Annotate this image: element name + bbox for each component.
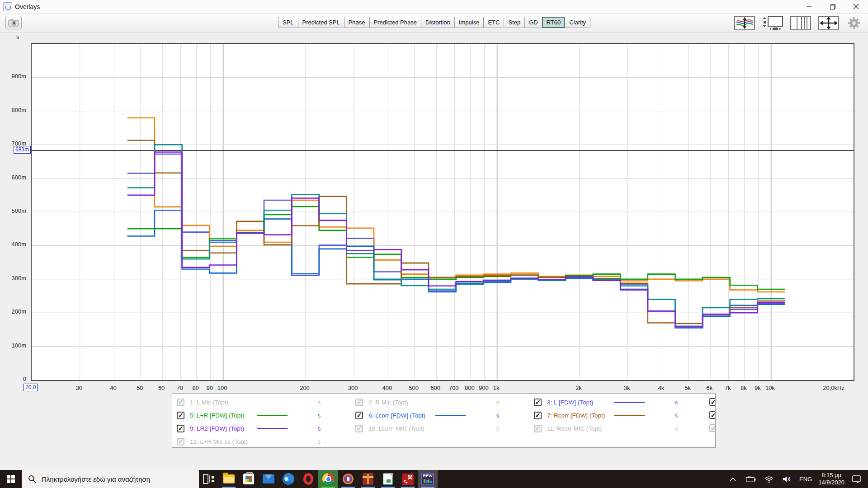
y-tick-label: 600m (2, 174, 26, 181)
legend-checkbox[interactable]: ✓ (177, 425, 184, 432)
legend-label: 3: L [FDW] (Topt) (547, 399, 593, 406)
tab-impulse[interactable]: Impulse (454, 17, 484, 28)
legend-row: ✓1: L Mic (Topt)s✓2: R Mic (Topt)s✓3: L … (172, 396, 715, 408)
close-button[interactable] (844, 0, 868, 14)
y-tick-label: 900m (2, 73, 26, 80)
battery-icon[interactable] (745, 473, 757, 485)
legend-item: ✓7: Rcorr [FDW] (Topt)s (529, 412, 708, 419)
legend-item: ✓11: Rcorr MIC (Topt)s (529, 425, 708, 432)
y-tick-label: 0 (2, 375, 26, 382)
legend-checkbox[interactable]: ✓ (534, 412, 542, 419)
taskbar-app-pixel-app[interactable] (398, 470, 418, 488)
x-tick-label: 800 (465, 385, 475, 391)
tray-chevron-up-icon[interactable] (727, 473, 739, 485)
edge-icon (283, 473, 294, 485)
window-title: Overlays (15, 3, 40, 10)
legend-checkbox[interactable]: ✓ (177, 412, 184, 419)
wifi-icon[interactable] (763, 473, 775, 485)
tab-clarity[interactable]: Clarity (565, 17, 590, 28)
taskbar-app-rew[interactable]: REW (418, 470, 438, 488)
trace-4 (127, 118, 785, 292)
y-tick-label: 300m (2, 275, 26, 282)
traces-icon[interactable] (734, 16, 755, 30)
legend-row: ✓5: L+R [FDW] (Topt)s✓6: Lcorr [FDW] (To… (172, 409, 715, 421)
x-tick-label: 3k (624, 385, 630, 391)
legend-item: ✓1: L Mic (Topt)s (172, 399, 351, 406)
tab-gd[interactable]: GD (524, 17, 542, 28)
maximize-button[interactable] (821, 0, 844, 14)
plot-area[interactable] (31, 43, 854, 381)
action-center-icon[interactable] (851, 473, 863, 485)
search-icon (28, 475, 36, 483)
legend-item: ✓10: Lcorr MIC (Topt)s (351, 425, 529, 432)
winrar-icon (363, 473, 373, 485)
mail-icon (263, 474, 274, 483)
taskbar-app-edge[interactable] (278, 470, 298, 488)
taskbar-app-tor-browser[interactable] (338, 470, 358, 488)
tab-distortion[interactable]: Distortion (421, 17, 455, 28)
graph-layout-icon[interactable] (762, 16, 783, 30)
tab-etc[interactable]: ETC (483, 17, 504, 28)
taskbar-app-mail[interactable] (259, 470, 278, 488)
x-tick-label: 400 (382, 385, 392, 391)
legend-checkbox[interactable]: ✓ (355, 399, 363, 406)
taskbar-app-winrar[interactable] (358, 470, 378, 488)
legend-row: ✓13: L+R Mic ss (Topt)s (172, 436, 715, 447)
legend-unit: s (288, 399, 351, 406)
settings-gear-icon[interactable] (846, 15, 862, 31)
legend-item: ✓6: Lcorr [FDW] (Topt)s (351, 412, 529, 419)
legend-checkbox[interactable]: ✓ (177, 399, 184, 406)
y-cursor-readout: 683m (14, 146, 31, 154)
legend-item: ✓13: L+R Mic ss (Topt)s (172, 438, 351, 446)
tab-spl[interactable]: SPL (278, 17, 298, 28)
legend-item: ✓3: L [FDW] (Topt)s (529, 399, 708, 406)
legend-checkbox[interactable]: ✓ (534, 399, 542, 406)
legend-checkbox[interactable]: ✓ (355, 425, 363, 432)
legend-checkbox[interactable]: ✓ (534, 425, 542, 432)
legend-item: ✓2: R Mic (Topt)s (351, 399, 529, 406)
taskbar-app-libreoffice[interactable] (378, 470, 398, 488)
taskbar-app-opera[interactable] (298, 470, 318, 488)
rt60-chart-region: s 900m800m700m600m500m400m300m200m100m0 … (0, 33, 868, 392)
legend-row: ✓9: LR2 [FDW] (Topt)s✓10: Lcorr MIC (Top… (172, 422, 715, 434)
legend-checkbox-clipped[interactable]: ✓ (709, 411, 716, 419)
legend-unit: s (288, 412, 351, 419)
volume-icon[interactable] (781, 473, 793, 485)
legend-checkbox-clipped[interactable]: ✓ (709, 398, 716, 406)
frequency-bands-icon[interactable] (790, 16, 811, 30)
tab-rt60[interactable]: RT60 (542, 17, 566, 28)
x-tick-label: 4k (658, 385, 665, 391)
taskbar-app-task-view[interactable] (199, 470, 219, 488)
start-button[interactable] (0, 470, 22, 488)
x-tick-label: 80 (193, 385, 199, 391)
taskbar-clock[interactable]: 8:15 μμ 14/9/2020 (818, 472, 844, 486)
clock-date: 14/9/2020 (818, 479, 844, 486)
x-tick-label: 200 (300, 385, 310, 391)
clock-time: 8:15 μμ (818, 472, 844, 479)
legend-item: ✓5: L+R [FDW] (Topt)s (172, 412, 351, 419)
language-indicator[interactable]: ENG (799, 476, 812, 483)
x-tick-label: 60 (158, 385, 165, 391)
x-tick-label: 6k (706, 385, 712, 391)
tab-step[interactable]: Step (504, 17, 525, 28)
minimize-button[interactable] (797, 0, 821, 14)
legend-checkbox-clipped[interactable]: ✓ (709, 424, 716, 432)
y-tick-label: 400m (2, 241, 26, 248)
tab-phase[interactable]: Phase (344, 17, 370, 28)
taskbar-app-file-explorer[interactable] (219, 470, 239, 488)
legend-checkbox[interactable]: ✓ (177, 438, 184, 446)
libreoffice-icon (383, 473, 393, 485)
x-axis-end-label: 20,0kHz (823, 385, 844, 391)
taskbar-app-microsoft-store[interactable] (239, 470, 259, 488)
taskbar-app-chrome[interactable] (318, 470, 338, 488)
legend-label: 10: Lcorr MIC (Topt) (368, 425, 425, 432)
legend-label: 13: L+R Mic ss (Topt) (190, 438, 248, 445)
pan-icon[interactable] (818, 16, 839, 30)
legend-checkbox[interactable]: ✓ (355, 412, 363, 419)
tab-predicted-spl[interactable]: Predicted SPL (298, 17, 344, 28)
taskbar-search-input[interactable]: Πληκτρολογήστε εδώ για αναζήτηση (22, 470, 199, 488)
y-tick-label: 100m (2, 342, 26, 349)
tab-predicted-phase[interactable]: Predicted Phase (369, 17, 421, 28)
search-placeholder: Πληκτρολογήστε εδώ για αναζήτηση (42, 475, 150, 483)
trace-3 (127, 154, 785, 326)
